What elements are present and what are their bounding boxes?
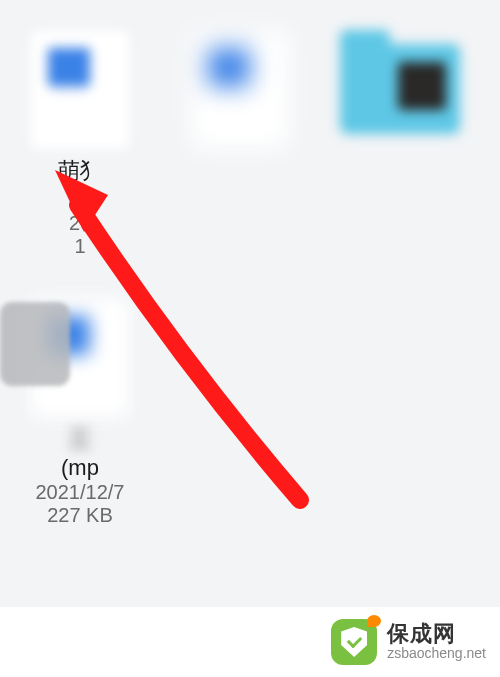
file-name: 三 (20, 426, 140, 452)
folder-icon (340, 44, 460, 134)
document-icon (30, 30, 130, 150)
file-size: 227 KB (20, 504, 140, 527)
document-icon (190, 30, 290, 150)
brand-text: 保成网 zsbaocheng.net (387, 622, 486, 662)
file-date: 2021/12/7 (20, 481, 140, 504)
brand-logo-icon (331, 619, 377, 665)
brand-name-cn: 保成网 (387, 622, 486, 646)
file-date: 20 (20, 212, 140, 235)
file-name: 萌犭 (20, 158, 140, 184)
file-grid: 萌犭 20 1 三 (mp 2021/12/7 227 KB (0, 0, 500, 557)
file-size: 1 (20, 235, 140, 258)
folder-item[interactable] (340, 34, 460, 258)
brand-name-en: zsbaocheng.net (387, 646, 486, 661)
file-item[interactable] (180, 30, 300, 258)
file-item[interactable]: 萌犭 20 1 (20, 30, 140, 258)
file-ext: (mp (20, 455, 140, 481)
assistive-touch-button[interactable] (0, 302, 70, 386)
watermark-bar: 保成网 zsbaocheng.net (0, 607, 500, 677)
